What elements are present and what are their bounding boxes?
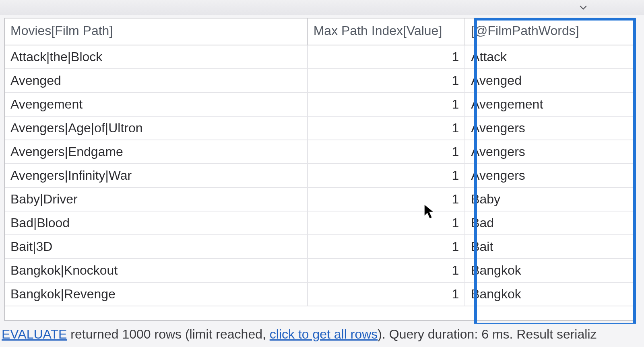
table-row[interactable]: Attack|the|Block 1 Attack xyxy=(5,45,635,69)
cell-filmpath: Bait|3D xyxy=(5,235,308,259)
cell-maxindex: 1 xyxy=(308,164,465,187)
chevron-down-icon xyxy=(580,5,587,10)
table-row[interactable]: Bad|Blood 1 Bad xyxy=(5,211,635,235)
cell-words: Avengement xyxy=(465,92,635,116)
table-body: Attack|the|Block 1 Attack Avenged 1 Aven… xyxy=(5,45,635,306)
table-row[interactable]: Baby|Driver 1 Baby xyxy=(5,187,635,211)
cell-words: Avengers xyxy=(465,116,635,140)
cell-maxindex: 1 xyxy=(308,235,465,259)
cell-maxindex: 1 xyxy=(308,282,465,306)
cell-words: Avengers xyxy=(465,140,635,164)
status-text-1: returned 1000 rows (limit reached, xyxy=(67,327,269,341)
results-grid[interactable]: Movies[Film Path] Max Path Index[Value] … xyxy=(4,18,636,321)
cell-filmpath: Bangkok|Knockout xyxy=(5,259,308,282)
column-header-maxindex[interactable]: Max Path Index[Value] xyxy=(308,18,465,45)
cell-filmpath: Avengers|Infinity|War xyxy=(5,164,308,187)
table-row[interactable]: Bait|3D 1 Bait xyxy=(5,235,635,259)
cell-maxindex: 1 xyxy=(308,45,465,69)
table-row[interactable]: Avenged 1 Avenged xyxy=(5,69,635,92)
cell-filmpath: Attack|the|Block xyxy=(5,45,308,69)
cell-filmpath: Bangkok|Revenge xyxy=(5,282,308,306)
table-row[interactable]: Bangkok|Revenge 1 Bangkok xyxy=(5,282,635,306)
status-evaluate-link[interactable]: EVALUATE xyxy=(2,327,67,341)
table-row[interactable]: Avengers|Endgame 1 Avengers xyxy=(5,140,635,164)
cell-words: Baby xyxy=(465,187,635,211)
cell-filmpath: Avengers|Endgame xyxy=(5,140,308,164)
cell-maxindex: 1 xyxy=(308,116,465,140)
cell-filmpath: Avengers|Age|of|Ultron xyxy=(5,116,308,140)
cell-filmpath: Avengement xyxy=(5,92,308,116)
cell-maxindex: 1 xyxy=(308,92,465,116)
status-click-all-rows-link[interactable]: click to get all rows xyxy=(270,327,378,341)
cell-words: Bangkok xyxy=(465,259,635,282)
table-row[interactable]: Avengers|Age|of|Ultron 1 Avengers xyxy=(5,116,635,140)
cell-words: Bad xyxy=(465,211,635,235)
status-bar: EVALUATE returned 1000 rows (limit reach… xyxy=(0,324,644,347)
column-header-filmpath[interactable]: Movies[Film Path] xyxy=(5,18,308,45)
cell-maxindex: 1 xyxy=(308,140,465,164)
status-text-2: ). Query duration: 6 ms. Result serializ xyxy=(378,327,597,341)
cell-words: Bangkok xyxy=(465,282,635,306)
cell-words: Attack xyxy=(465,45,635,69)
cell-filmpath: Baby|Driver xyxy=(5,187,308,211)
cell-words: Avenged xyxy=(465,69,635,92)
cell-filmpath: Bad|Blood xyxy=(5,211,308,235)
table-row[interactable]: Avengers|Infinity|War 1 Avengers xyxy=(5,164,635,187)
toolbar-dropdown-button[interactable] xyxy=(579,3,588,12)
cell-maxindex: 1 xyxy=(308,211,465,235)
header-row: Movies[Film Path] Max Path Index[Value] … xyxy=(5,18,635,45)
cell-words: Bait xyxy=(465,235,635,259)
table-row[interactable]: Avengement 1 Avengement xyxy=(5,92,635,116)
table-row[interactable]: Bangkok|Knockout 1 Bangkok xyxy=(5,259,635,282)
cell-maxindex: 1 xyxy=(308,69,465,92)
toolbar-strip xyxy=(0,0,644,15)
cell-words: Avengers xyxy=(465,164,635,187)
cell-maxindex: 1 xyxy=(308,259,465,282)
results-table: Movies[Film Path] Max Path Index[Value] … xyxy=(5,18,635,306)
column-header-words[interactable]: [@FilmPathWords] xyxy=(465,18,635,45)
cell-filmpath: Avenged xyxy=(5,69,308,92)
cell-maxindex: 1 xyxy=(308,187,465,211)
